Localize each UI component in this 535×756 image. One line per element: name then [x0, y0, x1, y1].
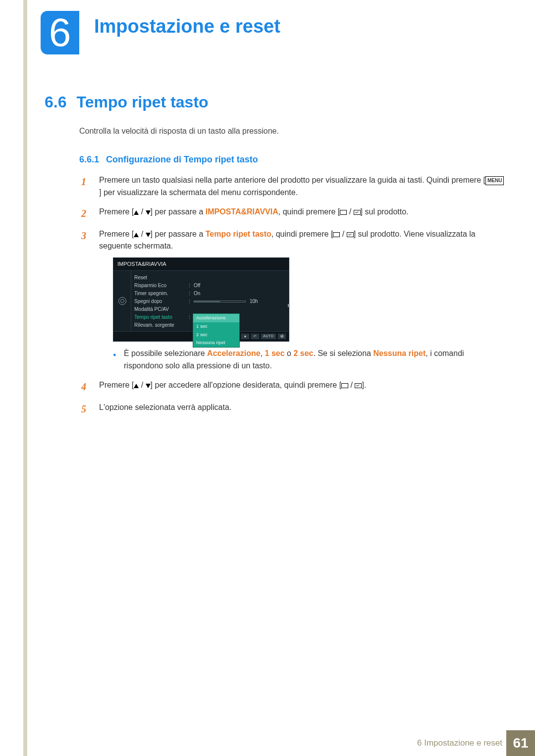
- osd-nav-up-icon: ▲: [241, 334, 249, 339]
- osd-option-2sec: 2 sec: [193, 331, 239, 339]
- section-heading: 6.6Tempo ripet tasto: [45, 93, 209, 111]
- step-1: 1 Premere un tasto qualsiasi nella parte…: [81, 174, 505, 199]
- osd-row-pcav: Modalità PC/AV: [134, 305, 287, 313]
- osd-row-spegni: Spegni dopo:10h: [134, 298, 287, 305]
- triangle-up-icon: [134, 233, 139, 237]
- highlight-term: IMPOSTA&RIAVVIA: [206, 207, 278, 216]
- section-description: Controlla la velocità di risposta di un …: [79, 127, 279, 136]
- rect-icon: [340, 210, 347, 215]
- chapter-number: 6: [49, 10, 71, 55]
- gear-icon: [118, 297, 126, 305]
- bullet-icon: ●: [113, 351, 117, 372]
- osd-row-reset: Reset: [134, 274, 287, 282]
- step-3: 3 Premere [ / ] per passare a Tempo ripe…: [81, 228, 505, 372]
- step-number: 2: [81, 206, 90, 221]
- enter-icon: [355, 383, 362, 388]
- subsection-number: 6.6.1: [79, 154, 99, 164]
- steps-list: 1 Premere un tasto qualsiasi nella parte…: [81, 174, 505, 424]
- menu-key-icon: MENU: [485, 176, 504, 185]
- osd-body: Reset Risparmio Eco:Off Timer spegnim.:O…: [113, 271, 289, 331]
- chevron-right-icon: [288, 303, 290, 307]
- step-number: 1: [81, 174, 90, 199]
- page-number: 61: [506, 730, 535, 756]
- triangle-down-icon: [146, 233, 151, 237]
- osd-nav-enter-icon: ↵: [251, 334, 259, 339]
- triangle-down-icon: [146, 210, 151, 215]
- osd-row-timer: Timer spegnim.:On: [134, 290, 287, 298]
- osd-option-1sec: 1 sec: [193, 322, 239, 331]
- osd-title: IMPOSTA&RIAVVIA: [113, 258, 289, 271]
- step-4: 4 Premere [ / ] per accedere all'opzione…: [81, 379, 505, 395]
- osd-right-column: Reset Risparmio Eco:Off Timer spegnim.:O…: [131, 271, 289, 331]
- step-number: 5: [81, 402, 90, 417]
- highlight-term: Tempo ripet tasto: [206, 230, 271, 238]
- step-body: L'opzione selezionata verrà applicata.: [99, 402, 505, 417]
- left-margin-strip: [23, 0, 27, 756]
- section-number: 6.6: [45, 93, 66, 111]
- step-body: Premere [ / ] per passare a Tempo ripet …: [99, 228, 505, 372]
- osd-slider: [194, 301, 246, 302]
- bullet-note: ● È possibile selezionare Accelerazione,…: [113, 348, 505, 372]
- footer-label: 6 Impostazione e reset: [417, 738, 502, 748]
- step-5: 5 L'opzione selezionata verrà applicata.: [81, 402, 505, 417]
- enter-icon: [354, 210, 361, 215]
- step-number: 3: [81, 228, 90, 372]
- triangle-down-icon: [146, 384, 151, 388]
- enter-icon: [347, 232, 354, 237]
- chapter-title: Impostazione e reset: [94, 16, 280, 37]
- osd-option-accelerazione: Accelerazione: [193, 314, 239, 322]
- subsection-title: Configurazione di Tempo ripet tasto: [106, 154, 258, 164]
- osd-nav-auto: AUTO: [261, 334, 276, 339]
- osd-row-eco: Risparmio Eco:Off: [134, 282, 287, 290]
- chapter-number-tab: 6: [41, 11, 79, 54]
- step-number: 4: [81, 379, 90, 395]
- rect-icon: [333, 232, 340, 237]
- osd-nav-power-icon: ⏻: [278, 334, 286, 339]
- step-2: 2 Premere [ / ] per passare a IMPOSTA&RI…: [81, 206, 505, 221]
- triangle-up-icon: [134, 384, 139, 388]
- rect-icon: [341, 383, 348, 388]
- bullet-text: È possibile selezionare Accelerazione, 1…: [124, 348, 505, 372]
- osd-option-nessuna: Nessuna ripet: [193, 339, 239, 347]
- osd-menu-screenshot: IMPOSTA&RIAVVIA Reset Risparmio Eco:Off …: [113, 257, 289, 342]
- subsection-heading: 6.6.1Configurazione di Tempo ripet tasto: [79, 154, 258, 165]
- triangle-up-icon: [134, 210, 139, 215]
- step-body: Premere [ / ] per passare a IMPOSTA&RIAV…: [99, 206, 505, 221]
- footer: 6 Impostazione e reset 61: [23, 730, 535, 756]
- osd-left-column: [113, 271, 131, 331]
- step-body: Premere [ / ] per accedere all'opzione d…: [99, 379, 505, 395]
- osd-dropdown-popup: Accelerazione 1 sec 2 sec Nessuna ripet: [193, 313, 240, 348]
- section-title: Tempo ripet tasto: [76, 93, 208, 111]
- step-body: Premere un tasto qualsiasi nella parte a…: [99, 174, 505, 199]
